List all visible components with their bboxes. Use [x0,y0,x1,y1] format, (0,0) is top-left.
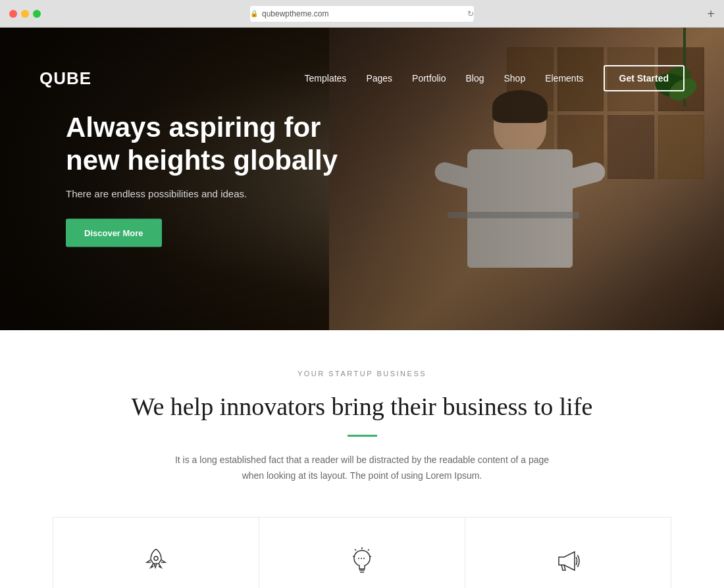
traffic-lights [9,10,41,18]
nav-item-blog[interactable]: Blog [465,72,484,84]
new-tab-button[interactable]: + [707,6,715,21]
section-body: It is a long established fact that a rea… [165,453,559,484]
site-logo[interactable]: QUBE [39,68,91,89]
nav-item-portfolio[interactable]: Portfolio [412,72,446,84]
nav-item-shop[interactable]: Shop [504,72,525,84]
get-started-button[interactable]: Get Started [604,65,685,91]
nav-item-templates[interactable]: Templates [305,72,347,84]
megaphone-icon [551,544,585,578]
lightbulb-icon [345,544,379,578]
section-divider [348,435,377,437]
lock-icon: 🔒 [250,10,258,17]
svg-line-5 [368,549,369,551]
url-text: qubewptheme.com [262,9,328,18]
nav-link-portfolio[interactable]: Portfolio [412,73,446,84]
feature-cards-container: Personal Branding [13,517,711,588]
refresh-icon[interactable]: ↻ [467,9,474,18]
nav-link-templates[interactable]: Templates [305,73,347,84]
close-button[interactable] [9,10,17,18]
hero-content: Always aspiring for new heights globally… [66,111,342,247]
nav-link-elements[interactable]: Elements [545,73,583,84]
svg-point-0 [154,556,158,560]
nav-link-pages[interactable]: Pages [366,73,392,84]
nav-item-elements[interactable]: Elements [545,72,583,84]
section-label: YOUR STARTUP BUSINESS [13,370,711,378]
hero-section: QUBE Templates Pages Portfolio Blog Shop… [0,28,724,330]
nav-item-pages[interactable]: Pages [366,72,392,84]
svg-line-7 [355,549,356,551]
nav-links-list: Templates Pages Portfolio Blog Shop Elem… [305,72,584,84]
minimize-button[interactable] [21,10,29,18]
maximize-button[interactable] [33,10,41,18]
browser-chrome: 🔒 qubewptheme.com ↻ + [0,0,724,28]
nav-link-blog[interactable]: Blog [465,73,484,84]
startup-section: YOUR STARTUP BUSINESS We help innovators… [0,330,724,588]
hero-title: Always aspiring for new heights globally [66,111,342,178]
address-bar[interactable]: 🔒 qubewptheme.com ↻ [250,6,474,22]
main-navigation: QUBE Templates Pages Portfolio Blog Shop… [26,55,698,101]
hero-subtitle: There are endless possibilities and idea… [66,187,342,199]
rocket-icon [139,544,173,578]
nav-link-shop[interactable]: Shop [504,73,525,84]
discover-more-button[interactable]: Discover More [66,218,162,247]
feature-card-consulting: Business Consulting [259,517,465,588]
feature-card-marketing: Online Marketing [465,517,671,588]
section-title: We help innovators bring their business … [13,391,711,423]
feature-card-branding: Personal Branding [53,517,259,588]
website-content: QUBE Templates Pages Portfolio Blog Shop… [0,28,724,588]
